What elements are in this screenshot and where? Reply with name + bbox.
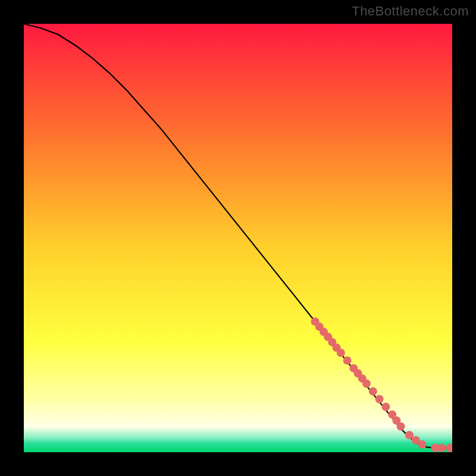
data-marker: [437, 444, 446, 452]
data-marker: [337, 349, 345, 357]
chart-svg: [24, 24, 452, 452]
gradient-background: [24, 24, 452, 452]
data-marker: [369, 387, 377, 396]
data-marker: [375, 395, 384, 403]
chart-frame: TheBottleneck.com: [0, 0, 476, 476]
plot-area: [24, 24, 452, 452]
data-marker: [418, 440, 427, 449]
data-marker: [397, 422, 405, 431]
data-marker: [343, 356, 352, 365]
data-marker: [381, 403, 390, 411]
watermark-label: TheBottleneck.com: [352, 4, 469, 19]
data-marker: [362, 380, 371, 388]
